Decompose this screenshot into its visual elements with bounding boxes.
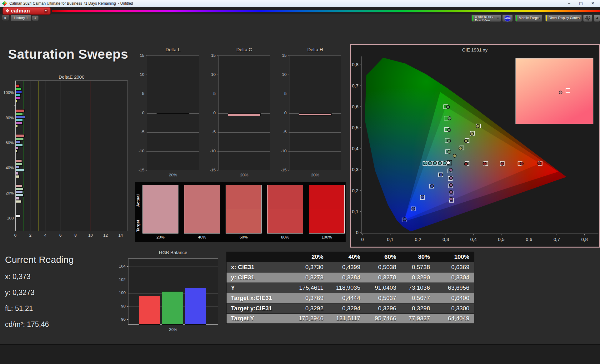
- table-row: Y175,4611118,903591,040373,103663,6956: [226, 283, 474, 293]
- spectrum-strip: [52, 10, 600, 12]
- axis-tick: [14, 156, 16, 156]
- rgb-balance-chart: RGB Balance104102100989620%: [116, 250, 223, 333]
- deltaL-title: Delta L: [147, 47, 199, 52]
- add-tab-button[interactable]: +: [32, 15, 39, 21]
- axis-tick: [217, 170, 218, 170]
- axis-tick: [14, 106, 16, 106]
- deltae-xtick: 2: [26, 233, 35, 238]
- device-count-badge-button[interactable]: 655: [502, 14, 513, 22]
- settings-button[interactable]: [583, 14, 592, 22]
- column-header-80%: 80%: [401, 252, 434, 262]
- delta-bar: [157, 113, 190, 114]
- measured-marker-cyan: [429, 161, 432, 165]
- axis-tick: [217, 132, 218, 132]
- maximize-icon[interactable]: ▢: [575, 0, 587, 7]
- table-value: 0,3273: [292, 272, 328, 283]
- svg-text:0,5: 0,5: [498, 237, 505, 242]
- deltaL-plot: [147, 56, 199, 170]
- measured-marker-cyan: [424, 162, 427, 165]
- axis-tick: [146, 75, 147, 75]
- deltae-bar-red: [16, 184, 22, 187]
- svg-text:0,4: 0,4: [352, 146, 358, 151]
- current-reading-line: cd/m²: 175,46: [5, 320, 121, 329]
- tab-toolbar-row: ▶ History 1 + X-Rite i1Pro 3 Direct View…: [0, 14, 600, 21]
- axis-tick: [146, 113, 147, 113]
- current-reading-title: Current Reading: [5, 254, 121, 265]
- grid-line: [121, 81, 121, 231]
- layout-nav-button[interactable]: ▶: [2, 15, 9, 21]
- tab-history-1[interactable]: History 1: [11, 14, 31, 21]
- deltae-bar-yellow: [16, 100, 17, 103]
- swatch-100%: [309, 185, 345, 234]
- svg-text:0,4: 0,4: [470, 237, 477, 242]
- axis-tick: [288, 170, 289, 170]
- deltaH-ytick: -15: [277, 168, 287, 172]
- table-value: 121,5117: [328, 313, 365, 324]
- calman-logo-text: calman: [11, 8, 30, 14]
- meter-source-selector[interactable]: Mobile Forge ▼: [515, 14, 542, 22]
- axis-tick: [146, 151, 147, 151]
- deltae-group-label: 60%: [1, 140, 14, 145]
- meter-device-line1: X-Rite i1Pro 3: [475, 15, 493, 18]
- rgb-ytick: 104: [116, 264, 126, 268]
- deltae-bar-magenta: [16, 197, 19, 200]
- swatch-target-half: [226, 209, 261, 233]
- chevron-down-icon: ▼: [577, 17, 580, 20]
- table-value: 0,4399: [328, 262, 365, 272]
- table-row: y: CIE310,32730,32840,32780,32900,3304: [226, 272, 474, 283]
- deltae-bar-green: [16, 163, 22, 165]
- deltaC-plot: [218, 56, 270, 170]
- deltae-bar-magenta: [16, 97, 20, 100]
- axis-tick: [127, 293, 128, 293]
- deltae-group-label: 80%: [1, 116, 14, 120]
- measurement-table: 20%40%60%80%100%x: CIE310,37300,43990,50…: [226, 252, 474, 324]
- svg-text:0: 0: [356, 230, 358, 235]
- swatch-actual-half: [268, 185, 303, 209]
- pattern-footer: ▲ 20%40%60%80%100% ▲ ■▶[•]∞↻ « Back Next…: [0, 344, 600, 364]
- deltaL-xlabel: 20%: [147, 173, 199, 177]
- row-label: Target x:CIE31: [226, 293, 292, 303]
- measured-marker-green: [448, 117, 451, 120]
- rgb-ytick: 102: [116, 277, 126, 282]
- deltae-xtick: 4: [41, 233, 50, 238]
- axis-tick: [288, 94, 289, 94]
- deltaL-ytick: 5: [134, 91, 144, 96]
- meter-display-control-selector[interactable]: Direct Display Control ▼: [545, 14, 582, 22]
- table-value: 63,6956: [434, 283, 474, 293]
- calman-menu-button[interactable]: ❖ calman ▼: [2, 7, 51, 15]
- collapse-toolbar-button[interactable]: ◀: [594, 14, 600, 22]
- table-value: 64,4049: [434, 313, 474, 324]
- deltae-bar-magenta: [16, 147, 18, 150]
- row-label: Target Y: [226, 313, 292, 324]
- cie-title: CIE 1931 xy: [462, 47, 488, 52]
- table-value: 175,2946: [292, 313, 328, 324]
- grid-line: [147, 94, 199, 94]
- deltae-bar-cyan: [16, 169, 25, 172]
- deltae-bar-yellow: [16, 125, 18, 128]
- row-label: Y: [226, 283, 292, 293]
- table-value: 0,5738: [401, 262, 434, 272]
- reference-line-3: [38, 81, 38, 231]
- deltae-bar-yellow: [16, 175, 19, 178]
- minimize-icon[interactable]: –: [563, 0, 575, 7]
- axis-tick: [146, 94, 147, 94]
- svg-text:0,7: 0,7: [553, 237, 560, 242]
- swatch-target-half: [268, 209, 303, 233]
- current-reading-line: y: 0,3273: [5, 288, 121, 297]
- meter-device-line2: Direct View: [475, 18, 490, 22]
- swatch-target-half: [309, 209, 344, 233]
- rgb-bar-red: [139, 296, 160, 325]
- meter-source-label: Mobile Forge: [519, 16, 539, 20]
- meter-device-selector[interactable]: X-Rite i1Pro 3 Direct View ▼: [471, 14, 501, 22]
- measured-marker-green: [448, 139, 451, 142]
- deltae-xtick: 14: [116, 233, 125, 238]
- table-value: 0,5038: [365, 262, 401, 272]
- close-icon[interactable]: ✕: [587, 0, 599, 7]
- measured-marker-magenta: [449, 168, 452, 171]
- calman-diamond-icon: ❖: [5, 8, 9, 14]
- deltaH-ytick: 15: [277, 53, 287, 58]
- rgb-ytick: 96: [116, 317, 126, 322]
- deltae-group-label: 40%: [1, 165, 14, 170]
- table-value: 0,3769: [292, 293, 328, 303]
- table-row: Target x:CIE310,37690,44440,50370,56770,…: [226, 293, 474, 303]
